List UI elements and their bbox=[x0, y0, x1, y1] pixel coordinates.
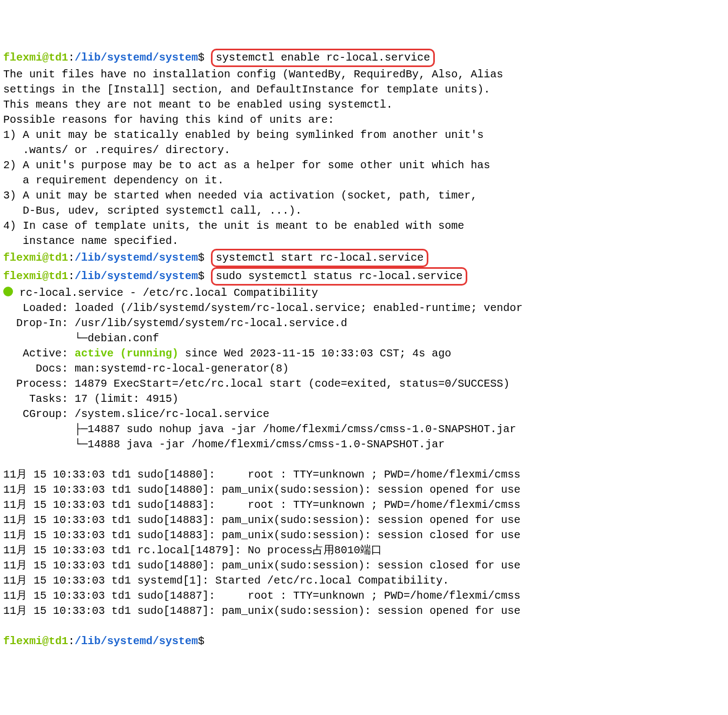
prompt-1: flexmi@td1:/lib/systemd/system$ bbox=[3, 51, 211, 64]
service-title: rc-local.service - /etc/rc.local Compati… bbox=[13, 287, 318, 299]
prompt-2: flexmi@td1:/lib/systemd/system$ bbox=[3, 251, 211, 264]
log-line: 11月 15 10:33:03 td1 sudo[14880]: root : … bbox=[3, 468, 520, 481]
status-active-since: since Wed 2023-11-15 10:33:03 CST; 4s ag… bbox=[178, 347, 451, 360]
output-line: a requirement dependency on it. bbox=[3, 174, 224, 187]
status-cgroup-line: └─14888 java -jar /home/flexmi/cmss/cmss… bbox=[3, 438, 445, 451]
log-line: 11月 15 10:33:03 td1 sudo[14883]: root : … bbox=[3, 499, 520, 511]
prompt-colon: : bbox=[68, 270, 75, 282]
output-line: This means they are not meant to be enab… bbox=[3, 98, 393, 111]
status-active-label: Active: bbox=[3, 347, 75, 360]
output-line: instance name specified. bbox=[3, 235, 178, 247]
prompt-4[interactable]: flexmi@td1:/lib/systemd/system$ bbox=[3, 635, 211, 647]
output-line: 4) In case of template units, the unit i… bbox=[3, 220, 464, 232]
prompt-path: /lib/systemd/system bbox=[75, 635, 198, 647]
status-dropin: Drop-In: /usr/lib/systemd/system/rc-loca… bbox=[3, 317, 347, 329]
output-line: 2) A unit's purpose may be to act as a h… bbox=[3, 159, 490, 171]
prompt-path: /lib/systemd/system bbox=[75, 251, 198, 264]
output-line: Possible reasons for having this kind of… bbox=[3, 114, 334, 126]
log-line: 11月 15 10:33:03 td1 systemd[1]: Started … bbox=[3, 574, 449, 587]
log-line: 11月 15 10:33:03 td1 sudo[14887]: pam_uni… bbox=[3, 605, 520, 617]
output-line: D-Bus, udev, scripted systemctl call, ..… bbox=[3, 204, 302, 217]
status-process: Process: 14879 ExecStart=/etc/rc.local s… bbox=[3, 378, 509, 390]
terminal-output: flexmi@td1:/lib/systemd/system$ systemct… bbox=[0, 30, 728, 652]
status-active-value: active (running) bbox=[75, 347, 178, 360]
output-line: 1) A unit may be statically enabled by b… bbox=[3, 129, 484, 141]
status-tasks: Tasks: 17 (limit: 4915) bbox=[3, 393, 178, 405]
prompt-dollar: $ bbox=[198, 635, 211, 647]
status-cgroup: CGroup: /system.slice/rc-local.service bbox=[3, 408, 269, 420]
output-line: .wants/ or .requires/ directory. bbox=[3, 144, 230, 156]
log-line: 11月 15 10:33:03 td1 sudo[14883]: pam_uni… bbox=[3, 529, 520, 541]
prompt-3: flexmi@td1:/lib/systemd/system$ bbox=[3, 270, 211, 282]
prompt-colon: : bbox=[68, 635, 75, 647]
prompt-colon: : bbox=[68, 51, 75, 64]
output-line: The unit files have no installation conf… bbox=[3, 68, 503, 81]
command-1-highlight: systemctl enable rc-local.service bbox=[211, 49, 435, 67]
prompt-user: flexmi@td1 bbox=[3, 51, 68, 64]
prompt-user: flexmi@td1 bbox=[3, 635, 68, 647]
log-line: 11月 15 10:33:03 td1 rc.local[14879]: No … bbox=[3, 544, 382, 557]
prompt-user: flexmi@td1 bbox=[3, 270, 68, 282]
output-line: settings in the [Install] section, and D… bbox=[3, 83, 490, 96]
prompt-path: /lib/systemd/system bbox=[75, 51, 198, 64]
log-line: 11月 15 10:33:03 td1 sudo[14883]: pam_uni… bbox=[3, 514, 520, 526]
prompt-dollar: $ bbox=[198, 251, 211, 264]
prompt-colon: : bbox=[68, 251, 75, 264]
output-line: 3) A unit may be started when needed via… bbox=[3, 189, 477, 202]
status-loaded: Loaded: loaded (/lib/systemd/system/rc-l… bbox=[3, 302, 522, 314]
prompt-dollar: $ bbox=[198, 270, 211, 282]
status-cgroup-line: ├─14887 sudo nohup java -jar /home/flexm… bbox=[3, 423, 516, 435]
command-2-highlight: systemctl start rc-local.service bbox=[211, 249, 428, 267]
command-3-highlight: sudo systemctl status rc-local.service bbox=[211, 267, 467, 286]
prompt-path: /lib/systemd/system bbox=[75, 270, 198, 282]
log-line: 11月 15 10:33:03 td1 sudo[14880]: pam_uni… bbox=[3, 484, 520, 496]
log-line: 11月 15 10:33:03 td1 sudo[14880]: pam_uni… bbox=[3, 559, 520, 572]
prompt-user: flexmi@td1 bbox=[3, 251, 68, 264]
log-line: 11月 15 10:33:03 td1 sudo[14887]: root : … bbox=[3, 590, 520, 602]
status-dropin-file: └─debian.conf bbox=[3, 332, 159, 345]
status-dot-icon bbox=[3, 287, 13, 296]
prompt-dollar: $ bbox=[198, 51, 211, 64]
status-docs: Docs: man:systemd-rc-local-generator(8) bbox=[3, 362, 289, 375]
